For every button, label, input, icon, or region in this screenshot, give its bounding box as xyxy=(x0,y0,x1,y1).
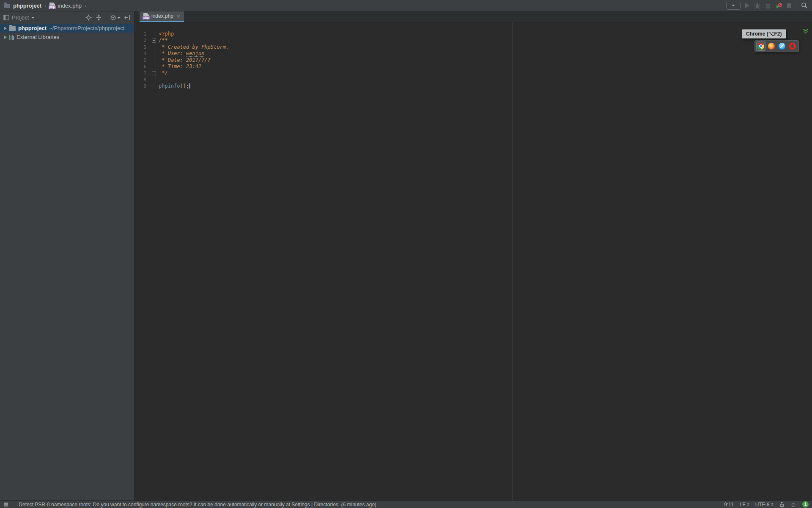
php-badge-label: php xyxy=(49,6,56,9)
locate-file-icon[interactable] xyxy=(85,14,92,21)
profiler-icon[interactable] xyxy=(776,3,782,9)
code-line-text[interactable]: */ xyxy=(156,70,812,76)
tree-item-name: External Libraries xyxy=(16,34,59,40)
fold-marker-icon[interactable] xyxy=(146,37,156,44)
browser-button-safari[interactable] xyxy=(777,41,787,51)
editor-line: 8 xyxy=(134,77,812,83)
line-number[interactable]: 4 xyxy=(138,50,146,57)
tab-label: index.php xyxy=(151,13,173,19)
hide-panel-icon[interactable] xyxy=(124,14,131,21)
encoding-widget[interactable]: UTF-8 xyxy=(755,502,774,508)
project-panel-header: Project xyxy=(0,11,134,24)
settings-button[interactable] xyxy=(110,14,121,21)
editor[interactable]: 1<?php2/**3 * Created by PhpStorm.4 * Us… xyxy=(134,22,812,500)
line-separator-label: LF xyxy=(740,502,746,508)
expand-arrow-icon[interactable] xyxy=(4,36,7,39)
line-number[interactable]: 3 xyxy=(138,44,146,50)
breadcrumb-project[interactable]: phpproject xyxy=(13,3,41,9)
inspection-status-icon[interactable] xyxy=(803,28,809,34)
project-tool-window-icon xyxy=(3,15,9,20)
code-line-text[interactable] xyxy=(156,77,812,83)
breadcrumb-file[interactable]: index.php xyxy=(58,3,82,9)
run-button[interactable] xyxy=(745,3,749,8)
line-number[interactable]: 6 xyxy=(138,64,146,70)
php-file-icon: php xyxy=(49,3,55,9)
editor-line: 3 * Created by PhpStorm. xyxy=(134,44,812,50)
search-everywhere-icon[interactable] xyxy=(801,2,808,9)
expand-arrow-icon[interactable] xyxy=(4,27,7,30)
editor-line: 1<?php xyxy=(134,31,812,37)
tree-item-name: phpproject xyxy=(18,25,47,31)
caret-position-widget[interactable]: 9:11 xyxy=(724,502,733,508)
code-line-text[interactable]: <?php xyxy=(156,31,812,37)
status-bar: ▦ Detect PSR-0 namespace roots: Do you w… xyxy=(0,500,812,508)
chevron-right-icon: › xyxy=(85,3,86,9)
encoding-label: UTF-8 xyxy=(755,502,770,508)
browser-button-opera[interactable] xyxy=(788,41,797,51)
title-bar: phpproject › php index.php › xyxy=(0,0,812,11)
text-caret xyxy=(189,83,190,88)
updown-arrows-icon xyxy=(747,503,749,506)
fold-column xyxy=(146,44,156,50)
code-line-text[interactable]: phpinfo(); xyxy=(156,83,812,89)
tree-row-external-libraries[interactable]: External Libraries xyxy=(0,33,134,41)
chevron-down-icon[interactable] xyxy=(31,17,35,19)
code-line-text[interactable]: * Created by PhpStorm. xyxy=(156,44,812,50)
panel-header-separator xyxy=(106,15,106,21)
code-line-text[interactable]: * Date: 2017/7/7 xyxy=(156,57,812,64)
fold-column xyxy=(146,50,156,57)
stop-button[interactable] xyxy=(787,3,791,8)
editor-line: 7 */ xyxy=(134,70,812,76)
coverage-icon[interactable] xyxy=(765,3,771,8)
browser-button-chrome[interactable] xyxy=(756,41,765,51)
run-configurations-dropdown[interactable] xyxy=(726,2,741,10)
debug-icon[interactable] xyxy=(754,3,760,9)
status-message[interactable]: Detect PSR-0 namespace roots: Do you wan… xyxy=(19,502,376,508)
line-number[interactable]: 7 xyxy=(138,70,146,76)
php-file-icon: php xyxy=(143,13,149,19)
panel-title[interactable]: Project xyxy=(12,14,29,21)
code-line-text[interactable]: * User: wenjun xyxy=(156,50,812,57)
project-panel: Project xyxy=(0,11,134,500)
notification-badge[interactable]: 1 xyxy=(802,501,809,508)
updown-arrows-icon xyxy=(771,503,774,506)
fold-marker-icon[interactable] xyxy=(146,70,156,76)
status-widgets: 9:11 LF UTF-8 ☺ 1 xyxy=(724,501,809,508)
fold-column xyxy=(146,83,156,89)
tab-index-php[interactable]: php index.php × xyxy=(140,11,184,22)
close-icon[interactable]: × xyxy=(177,14,180,19)
right-margin-guide xyxy=(512,22,513,500)
editor-tab-bar: php index.php × xyxy=(134,11,812,22)
editor-line: 9phpinfo(); xyxy=(134,83,812,89)
browser-button-firefox[interactable] xyxy=(767,41,776,51)
firefox-icon xyxy=(768,43,775,50)
fold-column xyxy=(146,31,156,37)
line-separator-widget[interactable]: LF xyxy=(740,502,749,508)
browser-bar xyxy=(754,40,799,52)
collapse-all-icon[interactable] xyxy=(96,14,102,21)
code-line-text[interactable]: * Time: 23:42 xyxy=(156,64,812,70)
tool-windows-toggle-icon[interactable]: ▦ xyxy=(3,502,8,507)
code-line-text[interactable]: /** xyxy=(156,37,812,44)
folder-icon xyxy=(9,26,16,31)
tree-row-phpproject[interactable]: phpproject ~/PhpstormProjects/phpproject xyxy=(0,24,134,33)
editor-line: 6 * Time: 23:42 xyxy=(134,64,812,70)
chevron-right-icon: › xyxy=(44,3,46,9)
chrome-icon xyxy=(757,43,764,50)
panel-header-actions xyxy=(85,14,131,21)
editor-line: 2/** xyxy=(134,37,812,44)
unlock-icon[interactable] xyxy=(779,502,785,508)
fold-column xyxy=(146,64,156,70)
fold-column xyxy=(146,57,156,64)
line-number[interactable]: 5 xyxy=(138,57,146,64)
project-folder-icon xyxy=(4,4,10,8)
breadcrumb: phpproject › php index.php › xyxy=(4,3,86,9)
line-number[interactable]: 2 xyxy=(138,37,146,44)
highlighting-level-icon[interactable]: ☺ xyxy=(790,502,796,508)
line-number[interactable]: 1 xyxy=(138,31,146,37)
line-number[interactable]: 8 xyxy=(138,77,146,83)
chevron-down-icon xyxy=(732,5,735,6)
line-number[interactable]: 9 xyxy=(138,83,146,89)
editor-line: 5 * Date: 2017/7/7 xyxy=(134,57,812,64)
gear-icon xyxy=(110,14,116,21)
